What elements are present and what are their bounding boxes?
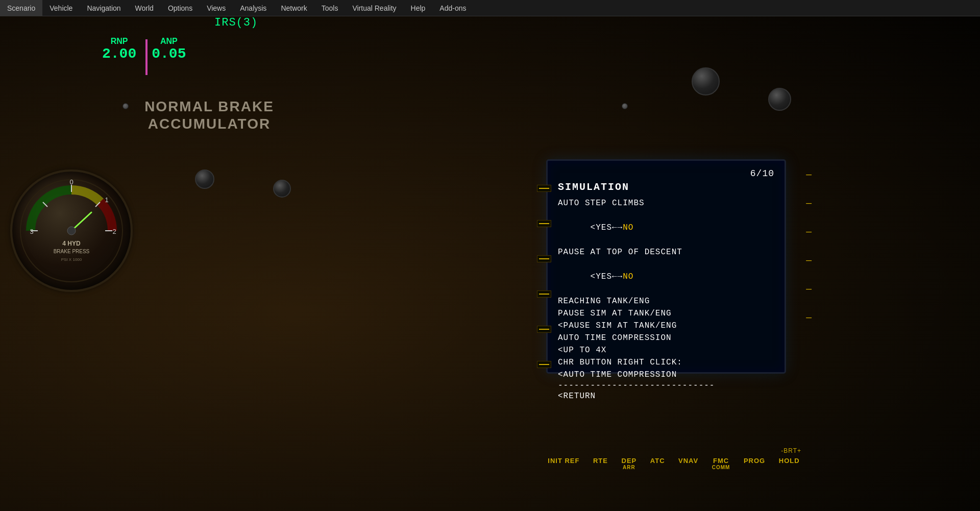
fmc-line2-prefix: <YES←→ [591,223,623,232]
svg-text:3: 3 [30,228,33,235]
brake-label-line1: NORMAL BRAKE [102,98,316,115]
fmc-line-5: REACHING TANK/ENG [558,295,774,307]
hold-label: HOLD [779,457,800,465]
fmc-line-4: <YES←→NO [558,258,774,295]
cockpit-overlay [0,16,980,511]
svg-text:1: 1 [105,196,108,204]
menubar: Scenario Vehicle Navigation World Option… [0,0,980,16]
rnp-value: 2.00 [102,46,136,62]
rsk-right-column: — — — — — — [806,169,812,323]
svg-point-7 [67,227,76,235]
brake-accumulator-panel: NORMAL BRAKE ACCUMULATOR [102,98,316,180]
fmc-line-8: AUTO TIME COMPRESSION [558,332,774,344]
fmc-line-7: <PAUSE SIM AT TANK/ENG [558,320,774,332]
lsk-left-column [537,185,551,368]
arr-label: ARR [622,465,637,470]
fmc-key-hold[interactable]: HOLD [779,457,800,470]
lsk-l5[interactable] [537,326,551,333]
fmc-key-init-ref[interactable]: INIT REF [548,457,579,470]
fmc-line2-val: NO [623,223,633,232]
brt-label: -BRT+ [781,447,801,454]
fmc-line4-val: NO [623,272,633,281]
menu-item-help[interactable]: Help [404,0,433,16]
menu-item-analysis[interactable]: Analysis [233,0,274,16]
lsk-l6[interactable] [537,361,551,368]
panel-knob-3[interactable] [195,169,214,189]
prog-label: PROG [744,457,765,465]
hyd-gauge: 0 1 2 3 4 HYD BRAKE PRESS PSI X 1000 [10,169,133,292]
screw-2 [622,103,628,109]
fmc-line-9: <UP TO 4X [558,344,774,356]
irs-text: IRS(3) [214,16,258,29]
fmc-line-1: AUTO STEP CLIMBS [558,197,774,209]
atc-label: ATC [650,457,665,465]
vnav-label: VNAV [678,457,698,465]
panel-knob-4[interactable] [273,180,291,198]
menu-item-scenario[interactable]: Scenario [0,0,42,16]
fmc-key-fmc-comm[interactable]: FMCCOMM [712,457,730,470]
menu-item-navigation[interactable]: Navigation [80,0,128,16]
anp-value: 0.05 [152,46,186,62]
svg-text:PSI X 1000: PSI X 1000 [61,257,82,262]
rsk-r2[interactable]: — [806,198,812,208]
fmc-key-dep-arr[interactable]: DEPARR [622,457,637,470]
fmc-line-2: <YES←→NO [558,209,774,246]
fmc-screen: 6/10 SIMULATION AUTO STEP CLIMBS <YES←→N… [546,159,786,374]
fmc-key-atc[interactable]: ATC [650,457,665,470]
anp-block: ANP 0.05 [152,37,186,62]
panel-knob-1[interactable] [692,67,720,95]
lsk-l4[interactable] [537,290,551,298]
fmc-line-6: PAUSE SIM AT TANK/ENG [558,307,774,320]
fmc-line-return: <RETURN [558,390,774,402]
gauge-outer: 0 1 2 3 4 HYD BRAKE PRESS PSI X 1000 [10,169,133,292]
fmc-bottom-labels: INIT REF RTE DEPARR ATC VNAV FMCCOMM PRO… [541,457,806,470]
menu-item-tools[interactable]: Tools [314,0,346,16]
svg-text:4 HYD: 4 HYD [62,240,81,247]
fmc-key-rte[interactable]: RTE [593,457,608,470]
lsk-l2[interactable] [537,220,551,227]
menu-item-vehicle[interactable]: Vehicle [42,0,80,16]
comm-label: COMM [712,465,730,470]
brake-label-line2: ACCUMULATOR [102,115,316,133]
rnp-block: RNP 2.00 [102,37,136,62]
rnp-anp-display: RNP 2.00 ANP 0.05 [102,37,191,75]
menu-item-vr[interactable]: Virtual Reality [345,0,403,16]
menu-item-addons[interactable]: Add-ons [432,0,473,16]
rsk-r6[interactable]: — [806,312,812,323]
svg-text:0: 0 [69,178,73,186]
init-ref-label: INIT REF [548,457,579,465]
svg-text:BRAKE PRESS: BRAKE PRESS [54,249,90,254]
brt-control[interactable]: -BRT+ [781,446,801,455]
rsk-r4[interactable]: — [806,255,812,265]
irs-display: IRS(3) [214,16,258,29]
menu-item-options[interactable]: Options [161,0,200,16]
fmc-line-dashes: ----------------------------- [558,381,774,390]
menu-item-views[interactable]: Views [200,0,233,16]
rsk-r5[interactable]: — [806,284,812,294]
panel-knob-2[interactable] [768,88,791,111]
rnp-separator [145,39,148,75]
menu-item-world[interactable]: World [128,0,161,16]
svg-text:2: 2 [112,228,116,235]
gauge-svg: 0 1 2 3 4 HYD BRAKE PRESS PSI X 1000 [12,172,131,290]
cockpit-background: IRS(3) RNP 2.00 ANP 0.05 NORMAL BRAKE AC… [0,16,980,511]
fmc-line-10: CHR BUTTON RIGHT CLICK: [558,356,774,369]
rsk-r1[interactable]: — [806,169,812,180]
menu-item-network[interactable]: Network [274,0,314,16]
rsk-r3[interactable]: — [806,227,812,237]
fmc-line-3: PAUSE AT TOP OF DESCENT [558,246,774,258]
anp-label: ANP [152,37,186,46]
rnp-label: RNP [102,37,136,46]
lsk-l3[interactable] [537,255,551,262]
screw-1 [122,103,129,109]
fmc-line4-prefix: <YES←→ [591,272,623,281]
fmc-line-11: <AUTO TIME COMPRESSION [558,369,774,381]
fmc-title: SIMULATION [558,181,774,193]
fmc-key-vnav[interactable]: VNAV [678,457,698,470]
fmc-page-number: 6/10 [558,168,774,179]
lsk-l1[interactable] [537,185,551,192]
rte-label: RTE [593,457,608,465]
fmc-key-prog[interactable]: PROG [744,457,765,470]
